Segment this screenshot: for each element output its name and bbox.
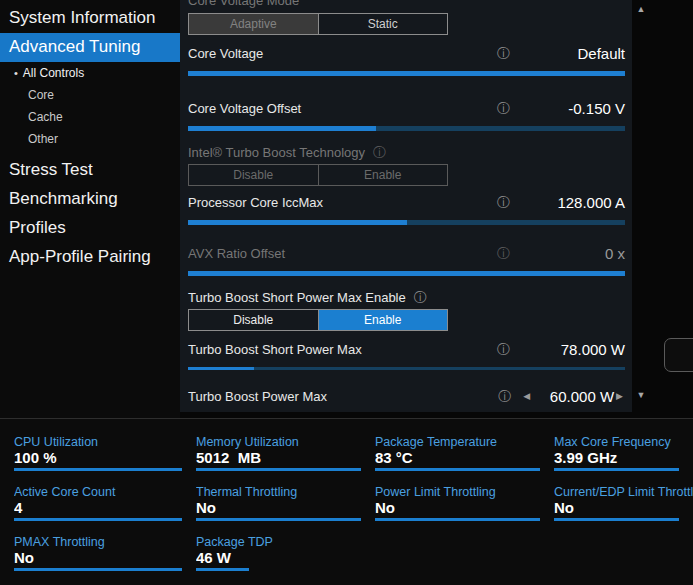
monitor-value: 3.99 GHz — [554, 449, 679, 466]
core-voltage-offset-value: -0.150 V — [520, 100, 625, 117]
monitor-label: Package TDP — [196, 535, 361, 549]
monitor-thermal-throttling: Thermal Throttling No — [196, 485, 375, 535]
monitor-bar — [554, 518, 679, 521]
sidebar-item-system-information[interactable]: System Information — [0, 4, 180, 33]
info-icon[interactable]: ⓘ — [498, 390, 511, 403]
info-icon[interactable]: ⓘ — [497, 247, 510, 260]
monitor-cpu-utilization: CPU Utilization 100 % — [14, 435, 196, 485]
info-icon[interactable]: ⓘ — [497, 102, 510, 115]
monitor-value: 46 W — [196, 549, 361, 566]
disable-option-button[interactable]: Disable — [189, 165, 319, 185]
iccmax-slider[interactable] — [188, 220, 625, 225]
enable-option-button[interactable]: Enable — [319, 310, 448, 330]
slider-fill — [188, 71, 625, 76]
monitor-label: Package Temperature — [375, 435, 540, 449]
info-icon[interactable]: ⓘ — [414, 291, 427, 304]
sidebar-item-cache[interactable]: Cache — [0, 106, 180, 128]
slider-fill — [188, 220, 407, 225]
tb-power-max-label: Turbo Boost Power Max — [188, 389, 498, 404]
monitor-label: Max Core Frequency — [554, 435, 679, 449]
slider-fill — [188, 271, 625, 276]
monitor-label: CPU Utilization — [14, 435, 182, 449]
static-option-button[interactable]: Static — [319, 14, 448, 34]
monitor-pmax-throttling: PMAX Throttling No — [14, 535, 196, 585]
monitor-value: 83 °C — [375, 449, 540, 466]
sidebar-item-other[interactable]: Other — [0, 128, 180, 150]
tb-short-max-row: Turbo Boost Short Power Max ⓘ 78.000 W — [188, 337, 625, 361]
partial-edge-button[interactable] — [664, 338, 693, 372]
tb-short-enable-label: Turbo Boost Short Power Max Enable — [188, 290, 406, 305]
core-voltage-row: Core Voltage ⓘ Default — [188, 41, 625, 65]
tb-short-max-value: 78.000 W — [520, 341, 625, 358]
turbo-boost-tech-label: Intel® Turbo Boost Technology — [188, 145, 365, 160]
sidebar-item-core[interactable]: Core — [0, 84, 180, 106]
monitor-value: No — [14, 549, 182, 566]
tb-short-max-slider[interactable] — [188, 367, 625, 370]
core-voltage-slider[interactable] — [188, 71, 625, 76]
monitor-bar — [554, 468, 679, 471]
turbo-boost-tech-row: Intel® Turbo Boost Technology ⓘ — [188, 143, 625, 161]
sidebar: System Information Advanced Tuning •All … — [0, 0, 180, 418]
bullet-icon: • — [14, 67, 18, 79]
scrollbar[interactable]: ▲ ▼ — [632, 0, 650, 412]
core-voltage-mode-label: Core Voltage Mode — [188, 0, 299, 8]
monitor-bar — [375, 518, 540, 521]
avx-ratio-offset-row: AVX Ratio Offset ⓘ 0 x — [188, 241, 625, 265]
sidebar-item-label: All Controls — [23, 66, 84, 80]
enable-option-button[interactable]: Enable — [319, 165, 448, 185]
increment-arrow-icon[interactable]: ▶ — [616, 391, 623, 401]
avx-ratio-offset-value: 0 x — [520, 245, 625, 262]
monitor-bar — [196, 568, 361, 571]
core-voltage-offset-slider[interactable] — [188, 126, 625, 131]
monitor-current-edp-limit-throttling: Current/EDP Limit Throttling No — [554, 485, 693, 535]
core-voltage-offset-label: Core Voltage Offset — [188, 101, 497, 116]
scroll-up-icon[interactable]: ▲ — [632, 4, 650, 14]
info-icon[interactable]: ⓘ — [497, 47, 510, 60]
advanced-tuning-panel: Core Voltage Mode Adaptive Static Core V… — [180, 0, 632, 412]
monitor-active-core-count: Active Core Count 4 — [14, 485, 196, 535]
core-voltage-offset-row: Core Voltage Offset ⓘ -0.150 V — [188, 96, 625, 120]
iccmax-label: Processor Core IccMax — [188, 195, 497, 210]
tb-power-max-value: 60.000 W — [532, 388, 614, 405]
info-icon[interactable]: ⓘ — [373, 146, 386, 159]
monitor-label: Thermal Throttling — [196, 485, 361, 499]
turbo-boost-tech-toggle: Disable Enable — [188, 164, 448, 186]
monitoring-panel: CPU Utilization 100 % Memory Utilization… — [0, 418, 693, 585]
tb-short-enable-toggle: Disable Enable — [188, 309, 448, 331]
monitor-package-temperature: Package Temperature 83 °C — [375, 435, 554, 485]
monitor-value: No — [375, 499, 540, 516]
sidebar-item-all-controls[interactable]: •All Controls — [0, 62, 180, 84]
monitor-label: PMAX Throttling — [14, 535, 182, 549]
adaptive-option-button[interactable]: Adaptive — [189, 14, 319, 34]
monitor-value: No — [554, 499, 679, 516]
scroll-down-icon[interactable]: ▼ — [632, 390, 650, 400]
monitor-label: Power Limit Throttling — [375, 485, 540, 499]
monitor-value: 5012 MB — [196, 449, 361, 466]
sidebar-item-stress-test[interactable]: Stress Test — [0, 156, 180, 185]
avx-ratio-offset-slider[interactable] — [188, 271, 625, 276]
sidebar-item-benchmarking[interactable]: Benchmarking — [0, 185, 180, 214]
xtu-window: System Information Advanced Tuning •All … — [0, 0, 693, 585]
monitor-memory-utilization: Memory Utilization 5012 MB — [196, 435, 375, 485]
info-icon[interactable]: ⓘ — [497, 343, 510, 356]
decrement-arrow-icon[interactable]: ◀ — [523, 391, 530, 401]
info-icon[interactable]: ⓘ — [497, 196, 510, 209]
sidebar-item-advanced-tuning[interactable]: Advanced Tuning — [0, 33, 180, 62]
monitor-bar — [196, 468, 361, 471]
monitor-package-tdp: Package TDP 46 W — [196, 535, 375, 585]
monitor-bar — [14, 568, 182, 571]
disable-option-button[interactable]: Disable — [189, 310, 319, 330]
core-voltage-label: Core Voltage — [188, 46, 497, 61]
iccmax-row: Processor Core IccMax ⓘ 128.000 A — [188, 190, 625, 214]
sidebar-item-app-profile-pairing[interactable]: App-Profile Pairing — [0, 243, 180, 272]
core-voltage-mode-toggle: Adaptive Static — [188, 13, 448, 35]
monitor-label: Active Core Count — [14, 485, 182, 499]
sidebar-item-profiles[interactable]: Profiles — [0, 214, 180, 243]
monitor-bar — [14, 518, 182, 521]
core-voltage-value: Default — [520, 45, 625, 62]
slider-fill — [188, 367, 254, 370]
monitor-power-limit-throttling: Power Limit Throttling No — [375, 485, 554, 535]
tb-short-enable-row: Turbo Boost Short Power Max Enable ⓘ — [188, 288, 625, 306]
tb-power-max-row: Turbo Boost Power Max ⓘ ◀ 60.000 W ▶ — [188, 384, 625, 408]
monitor-label: Memory Utilization — [196, 435, 361, 449]
